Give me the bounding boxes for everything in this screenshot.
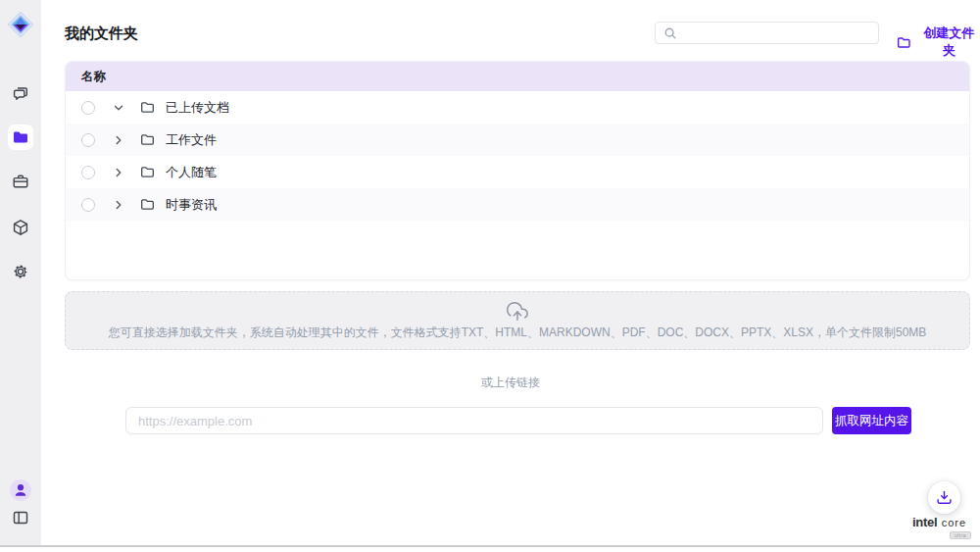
sidebar-item-models[interactable] [12,219,29,236]
table-header-row: 名称 [66,62,969,91]
search-icon [663,26,677,40]
page-title: 我的文件夹 [65,25,138,43]
row-checkbox[interactable] [81,166,95,179]
upload-hint-text: 您可直接选择加载文件夹，系统自动处理其中的文件，文件格式支持TXT、HTML、M… [109,325,927,341]
chevron-right-icon[interactable] [112,133,125,147]
folder-name: 工作文件 [166,131,217,149]
row-checkbox[interactable] [81,133,95,147]
fetch-url-button[interactable]: 抓取网址内容 [832,407,911,434]
folder-icon [140,197,155,212]
url-upload-row: 抓取网址内容 [41,407,980,434]
folder-icon [140,100,155,115]
table-row-personal-notes[interactable]: 个人随笔 [66,156,969,188]
intel-ultra-badge: ultra [950,531,971,539]
search-input[interactable] [683,26,870,40]
chat-icon [12,85,29,103]
table-row-work-files[interactable]: 工作文件 [66,124,969,156]
download-icon [936,489,953,506]
user-icon [10,479,31,501]
table-row-news[interactable]: 时事资讯 [66,188,969,221]
sidebar-user-avatar[interactable] [10,479,31,501]
sidebar-collapse-toggle[interactable] [12,509,29,527]
cloud-upload-icon [507,301,528,323]
sidebar-item-workspace[interactable] [12,173,29,190]
sidebar-item-settings[interactable] [12,263,29,280]
create-folder-icon [897,35,911,50]
table-row-uploaded-docs[interactable]: 已上传文档 [66,91,969,124]
folder-icon [140,132,155,147]
row-checkbox[interactable] [81,101,95,115]
create-folder-label: 创建文件夹 [918,25,980,60]
intel-core-logo: intel core ultra [912,514,971,539]
url-input[interactable] [125,407,823,434]
folder-icon [140,165,155,179]
main-content: 我的文件夹 创建文件夹 名称 已上传文档 [41,0,980,545]
cube-icon [12,219,29,236]
search-box[interactable] [655,22,879,44]
or-upload-link-label: 或上传链接 [41,375,980,391]
folder-name: 时事资讯 [166,196,217,214]
download-fab-button[interactable] [928,481,960,514]
folder-table: 名称 已上传文档 工作文件 [65,61,970,280]
upload-dropzone[interactable]: 您可直接选择加载文件夹，系统自动处理其中的文件，文件格式支持TXT、HTML、M… [65,291,970,350]
gear-icon [12,263,29,280]
sidebar-item-chat[interactable] [12,85,29,103]
chevron-down-icon[interactable] [112,101,125,115]
sidebar-item-folders[interactable] [8,125,33,150]
column-header-name: 名称 [81,69,106,85]
chevron-right-icon[interactable] [112,198,125,212]
create-folder-button[interactable]: 创建文件夹 [897,25,980,60]
folder-name: 已上传文档 [166,99,229,117]
intel-product-text: core [942,517,966,528]
folder-name: 个人随笔 [166,164,217,181]
briefcase-icon [12,173,29,190]
intel-brand-text: intel [912,515,937,529]
panel-icon [12,509,29,527]
row-checkbox[interactable] [81,198,95,212]
chevron-right-icon[interactable] [112,166,125,179]
folder-icon [12,128,29,146]
sidebar [0,0,41,545]
app-logo-icon [7,11,34,38]
window-bottom-edge [0,545,980,547]
